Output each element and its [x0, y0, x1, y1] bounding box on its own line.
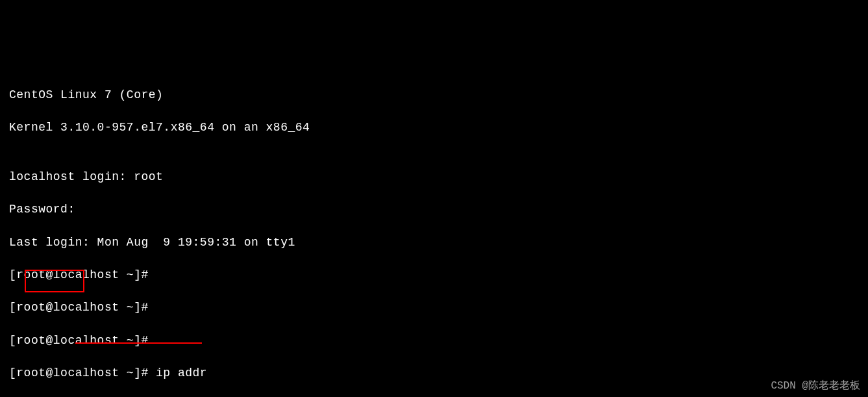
password-prompt: Password:: [9, 201, 859, 218]
login-prompt: localhost login: root: [9, 169, 859, 185]
csdn-watermark: CSDN @陈老老老板: [771, 379, 860, 393]
shell-prompt: [root@localhost ~]#: [9, 267, 859, 283]
os-banner-line1: CentOS Linux 7 (Core): [9, 87, 859, 103]
shell-prompt: [root@localhost ~]#: [9, 333, 859, 349]
last-login: Last login: Mon Aug 9 19:59:31 on tty1: [9, 235, 859, 251]
shell-prompt-with-command: [root@localhost ~]# ip addr: [9, 365, 859, 381]
shell-prompt: [root@localhost ~]#: [9, 300, 859, 316]
os-banner-line2: Kernel 3.10.0-957.el7.x86_64 on an x86_6…: [9, 120, 859, 136]
terminal-screen[interactable]: CentOS Linux 7 (Core) Kernel 3.10.0-957.…: [9, 71, 859, 397]
